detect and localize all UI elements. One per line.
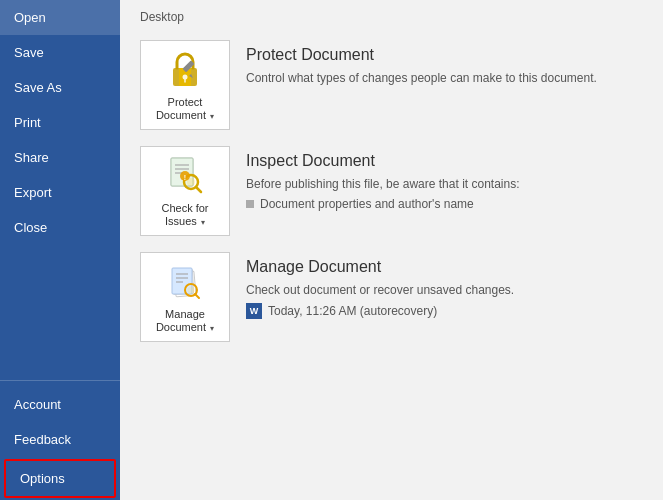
protect-document-desc: Control what types of changes people can… xyxy=(246,70,643,87)
sidebar-item-close[interactable]: Close xyxy=(0,210,120,245)
protect-document-title: Protect Document xyxy=(246,46,643,64)
svg-text:!: ! xyxy=(184,174,186,181)
manage-document-text: Manage Document Check out document or re… xyxy=(246,252,643,319)
sidebar: Open Save Save As Print Share Export Clo… xyxy=(0,0,120,500)
sidebar-item-feedback[interactable]: Feedback xyxy=(0,422,120,457)
manage-document-sub-text: Today, 11:26 AM (autorecovery) xyxy=(268,304,437,318)
inspect-document-desc: Before publishing this file, be aware th… xyxy=(246,176,643,193)
manage-document-sub: W Today, 11:26 AM (autorecovery) xyxy=(246,303,643,319)
manage-document-title: Manage Document xyxy=(246,258,643,276)
sidebar-item-share[interactable]: Share xyxy=(0,140,120,175)
inspect-document-text: Inspect Document Before publishing this … xyxy=(246,146,643,211)
manage-document-desc: Check out document or recover unsaved ch… xyxy=(246,282,643,299)
svg-line-24 xyxy=(195,294,199,298)
info-section: ProtectDocument ▾ Protect Document Contr… xyxy=(140,36,643,346)
lock-icon xyxy=(163,48,207,92)
sidebar-item-account[interactable]: Account xyxy=(0,387,120,422)
protect-document-icon-label: ProtectDocument ▾ xyxy=(156,96,214,122)
svg-point-23 xyxy=(188,286,195,293)
svg-line-13 xyxy=(196,187,201,192)
manage-document-card: ManageDocument ▾ Manage Document Check o… xyxy=(140,248,643,346)
sidebar-divider xyxy=(0,380,120,381)
protect-document-text: Protect Document Control what types of c… xyxy=(246,40,643,87)
inspect-document-button[interactable]: ! Check forIssues ▾ xyxy=(140,146,230,236)
manage-document-button[interactable]: ManageDocument ▾ xyxy=(140,252,230,342)
inspect-document-icon-label: Check forIssues ▾ xyxy=(161,202,208,228)
sidebar-item-save-as[interactable]: Save As xyxy=(0,70,120,105)
manage-icon xyxy=(163,260,207,304)
inspect-icon: ! xyxy=(163,154,207,198)
bullet-icon xyxy=(246,200,254,208)
sidebar-item-save[interactable]: Save xyxy=(0,35,120,70)
inspect-document-sub: Document properties and author's name xyxy=(246,197,643,211)
inspect-document-card: ! Check forIssues ▾ Inspect Document Bef… xyxy=(140,142,643,240)
sidebar-item-options[interactable]: Options xyxy=(4,459,116,498)
manage-document-icon-label: ManageDocument ▾ xyxy=(156,308,214,334)
sidebar-item-print[interactable]: Print xyxy=(0,105,120,140)
breadcrumb: Desktop xyxy=(140,10,643,24)
inspect-document-title: Inspect Document xyxy=(246,152,643,170)
protect-document-card: ProtectDocument ▾ Protect Document Contr… xyxy=(140,36,643,134)
sidebar-item-export[interactable]: Export xyxy=(0,175,120,210)
protect-document-button[interactable]: ProtectDocument ▾ xyxy=(140,40,230,130)
sidebar-item-open[interactable]: Open xyxy=(0,0,120,35)
main-content: Desktop ProtectDocument ▾ Protect xyxy=(120,0,663,500)
inspect-document-sub-text: Document properties and author's name xyxy=(260,197,474,211)
word-icon: W xyxy=(246,303,262,319)
